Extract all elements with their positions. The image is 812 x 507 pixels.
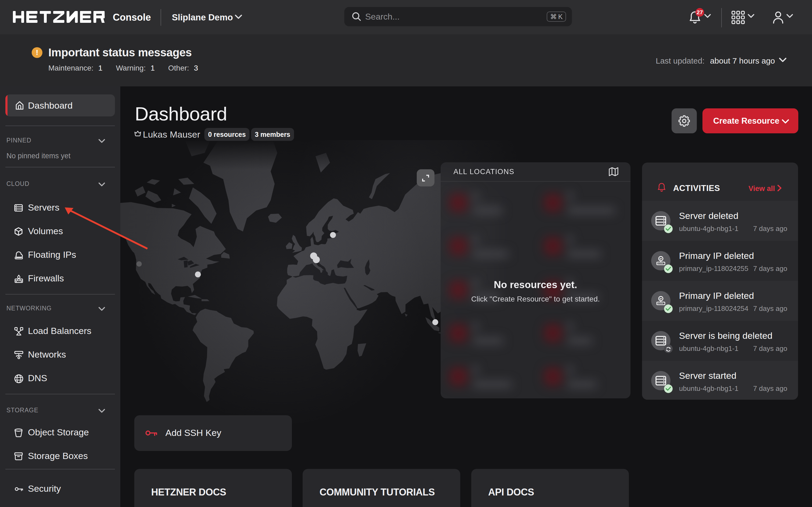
svg-text:IP: IP — [660, 297, 662, 300]
svg-text:IP: IP — [660, 258, 662, 260]
